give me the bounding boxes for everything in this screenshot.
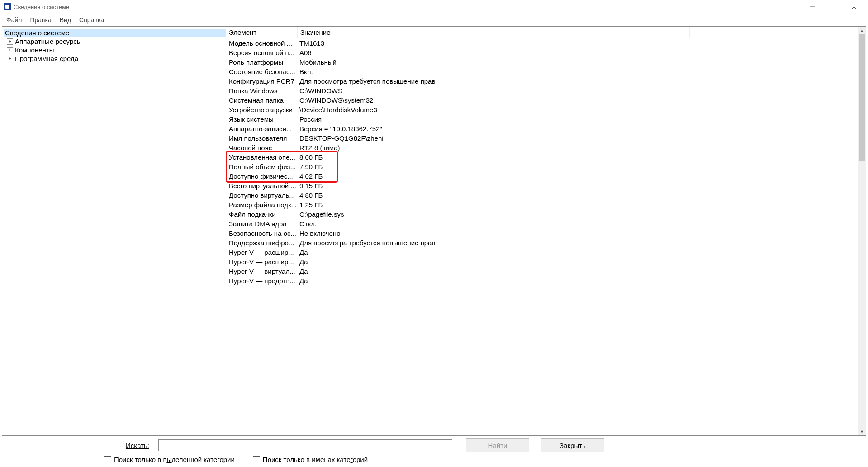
list-row[interactable]: Размер файла подк...1,25 ГБ <box>226 200 858 210</box>
list-row[interactable]: Состояние безопас...Вкл. <box>226 67 858 76</box>
cell-element: Установленная опе... <box>226 153 298 161</box>
list-row[interactable]: Роль платформыМобильный <box>226 57 858 67</box>
menu-view[interactable]: Вид <box>56 15 75 25</box>
cell-value: A06 <box>298 49 858 57</box>
scroll-up-icon[interactable]: ▲ <box>858 27 866 34</box>
cell-element: Hyper-V — предотв... <box>226 277 298 285</box>
minimize-button[interactable] <box>802 0 823 14</box>
cell-element: Модель основной ... <box>226 39 298 47</box>
menu-file[interactable]: Файл <box>3 15 25 25</box>
list-row[interactable]: Всего виртуальной ...9,15 ГБ <box>226 181 858 191</box>
list-row[interactable]: Модель основной ...TM1613 <box>226 38 858 48</box>
checkbox-icon <box>104 456 111 463</box>
cell-element: Версия основной п... <box>226 49 298 57</box>
cell-element: Роль платформы <box>226 58 298 66</box>
tree-root-item[interactable]: Сведения о системе <box>4 29 226 37</box>
list-row[interactable]: Системная папкаC:\WINDOWS\system32 <box>226 95 858 105</box>
cell-value: \Device\HarddiskVolume3 <box>298 106 858 114</box>
tree-item[interactable]: +Компоненты <box>4 46 226 54</box>
cell-value: Мобильный <box>298 58 858 66</box>
details-list[interactable]: Элемент Значение Модель основной ...TM16… <box>226 27 858 435</box>
expand-icon[interactable]: + <box>7 56 13 62</box>
search-input[interactable] <box>158 439 452 451</box>
list-row[interactable]: Hyper-V — расшир...Да <box>226 257 858 267</box>
search-category-names-checkbox[interactable]: Поиск только в именах категорий <box>253 456 368 463</box>
cell-value: Да <box>298 277 858 285</box>
cell-value: C:\WINDOWS <box>298 87 858 95</box>
checkbox-label: Поиск только в именах категорий <box>263 456 368 463</box>
cell-element: Часовой пояс <box>226 144 298 152</box>
list-row[interactable]: Файл подкачкиC:\pagefile.sys <box>226 210 858 219</box>
list-row[interactable]: Доступно виртуаль...4,80 ГБ <box>226 191 858 200</box>
cell-element: Всего виртуальной ... <box>226 182 298 190</box>
cell-value: Вкл. <box>298 68 858 76</box>
cell-value: Не включено <box>298 229 858 237</box>
cell-element: Hyper-V — расшир... <box>226 258 298 266</box>
list-row[interactable]: Hyper-V — расшир...Да <box>226 248 858 257</box>
cell-value: 1,25 ГБ <box>298 201 858 209</box>
cell-element: Безопасность на ос... <box>226 229 298 237</box>
details-pane: Элемент Значение Модель основной ...TM16… <box>226 27 866 435</box>
list-row[interactable]: Имя пользователяDESKTOP-GQ1G82F\zheni <box>226 133 858 143</box>
cell-element: Hyper-V — расшир... <box>226 248 298 256</box>
list-row[interactable]: Hyper-V — предотв...Да <box>226 276 858 286</box>
cell-value: 7,90 ГБ <box>298 163 858 171</box>
menu-help[interactable]: Справка <box>76 15 108 25</box>
app-icon <box>4 3 11 10</box>
cell-element: Системная папка <box>226 96 298 104</box>
cell-value: 9,15 ГБ <box>298 182 858 190</box>
list-row[interactable]: Поддержка шифро...Для просмотра требуетс… <box>226 238 858 248</box>
scroll-track[interactable] <box>858 34 866 428</box>
tree-item[interactable]: +Аппаратные ресурсы <box>4 37 226 46</box>
list-row[interactable]: Аппаратно-зависи...Версия = "10.0.18362.… <box>226 124 858 133</box>
cell-value: DESKTOP-GQ1G82F\zheni <box>298 134 858 142</box>
list-row[interactable]: Конфигурация PCR7Для просмотра требуется… <box>226 76 858 86</box>
cell-value: 4,02 ГБ <box>298 172 858 180</box>
cell-element: Состояние безопас... <box>226 68 298 76</box>
list-row[interactable]: Установленная опе...8,00 ГБ <box>226 152 858 162</box>
scroll-down-icon[interactable]: ▼ <box>858 428 866 435</box>
expand-icon[interactable]: + <box>7 47 13 53</box>
list-row[interactable]: Язык системыРоссия <box>226 114 858 124</box>
cell-element: Язык системы <box>226 115 298 123</box>
cell-value: Да <box>298 248 858 256</box>
window-title: Сведения о системе <box>14 4 802 10</box>
tree-item[interactable]: +Программная среда <box>4 54 226 63</box>
list-row[interactable]: Часовой поясRTZ 8 (зима) <box>226 143 858 152</box>
list-header[interactable]: Элемент Значение <box>226 27 858 38</box>
expand-icon[interactable]: + <box>7 38 13 45</box>
svg-rect-1 <box>831 5 835 9</box>
list-row[interactable]: Безопасность на ос...Не включено <box>226 229 858 238</box>
cell-element: Защита DMA ядра <box>226 220 298 228</box>
cell-value: 8,00 ГБ <box>298 153 858 161</box>
search-selected-category-checkbox[interactable]: Поиск только в выделенной категории <box>104 456 235 463</box>
cell-element: Полный объем физ... <box>226 163 298 171</box>
list-row[interactable]: Доступно физичес...4,02 ГБ <box>226 172 858 181</box>
list-row[interactable]: Устройство загрузки\Device\HarddiskVolum… <box>226 105 858 114</box>
maximize-button[interactable] <box>823 0 844 14</box>
list-row[interactable]: Hyper-V — виртуал...Да <box>226 267 858 276</box>
close-search-button[interactable]: Закрыть <box>541 438 604 452</box>
cell-element: Поддержка шифро... <box>226 239 298 247</box>
menu-edit[interactable]: Правка <box>26 15 55 25</box>
category-tree[interactable]: Сведения о системе +Аппаратные ресурсы+К… <box>2 27 226 435</box>
cell-value: Да <box>298 267 858 275</box>
list-row[interactable]: Версия основной п...A06 <box>226 48 858 57</box>
scroll-thumb[interactable] <box>859 34 865 161</box>
column-element[interactable]: Элемент <box>226 27 298 38</box>
tree-item-label: Аппаратные ресурсы <box>15 38 82 45</box>
close-button[interactable] <box>844 0 864 14</box>
vertical-scrollbar[interactable]: ▲ ▼ <box>858 27 866 435</box>
column-value[interactable]: Значение <box>298 27 690 38</box>
tree-item-label: Компоненты <box>15 46 54 54</box>
tree-root-label: Сведения о системе <box>5 29 69 37</box>
titlebar: Сведения о системе <box>0 0 868 14</box>
list-row[interactable]: Защита DMA ядраОткл. <box>226 219 858 229</box>
list-row[interactable]: Полный объем физ...7,90 ГБ <box>226 162 858 172</box>
list-row[interactable]: Папка WindowsC:\WINDOWS <box>226 86 858 95</box>
cell-element: Доступно виртуаль... <box>226 191 298 199</box>
cell-element: Конфигурация PCR7 <box>226 77 298 85</box>
cell-value: Россия <box>298 115 858 123</box>
checkbox-icon <box>253 456 260 463</box>
find-button[interactable]: Найти <box>466 438 529 452</box>
